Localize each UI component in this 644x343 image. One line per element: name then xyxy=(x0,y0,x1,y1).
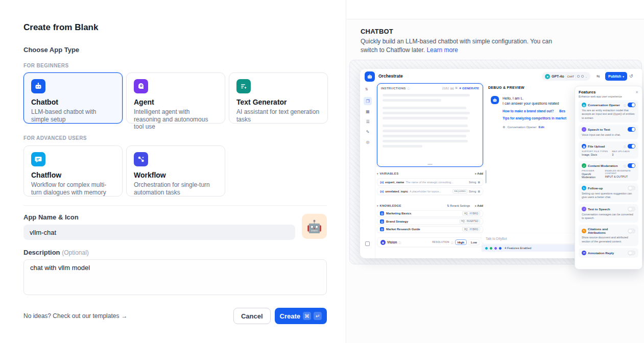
publish-button[interactable]: Publish ▾ xyxy=(605,72,627,81)
rail-orchestrate-icon[interactable]: ❐ xyxy=(364,97,372,105)
model-param-icon xyxy=(581,75,584,78)
copy-icon[interactable]: ⧉ xyxy=(455,86,457,90)
feature-dot-icon xyxy=(494,247,497,250)
rail-image-icon[interactable]: ▦ xyxy=(364,107,372,115)
feature-toggle[interactable] xyxy=(628,186,635,190)
app-type-card-agent[interactable]: Agent Intelligent agent with reasoning a… xyxy=(126,72,225,124)
chevron-down-icon[interactable]: ▾ xyxy=(377,204,378,207)
app-type-card-chatbot[interactable]: Chatbot LLM-based chatbot with simple se… xyxy=(23,72,123,124)
variable-type-icon: ⊞ xyxy=(478,181,480,184)
debug-preview-title: DEBUG & PREVIEW xyxy=(488,86,524,89)
feature-item: ↻ Follow-up Setting up next questions su… xyxy=(579,183,638,202)
variable-row[interactable]: {x} unrelated_topic A placeholder for to… xyxy=(377,187,483,195)
feature-toggle[interactable] xyxy=(628,229,635,233)
learn-more-link[interactable]: Learn more xyxy=(426,46,458,54)
chat-mode-badge: CHAT xyxy=(566,74,576,79)
features-enabled-bar[interactable]: 4 Features Enabled xyxy=(482,244,576,252)
choose-app-type-label: Choose App Type xyxy=(23,46,79,54)
collapse-panel-icon[interactable] xyxy=(365,241,370,246)
variable-icon[interactable]: {x} xyxy=(450,87,454,90)
chevron-down-icon[interactable]: ▾ xyxy=(377,172,378,175)
knowledge-row[interactable]: ▤ Market Research Guide HQ · HYBRID xyxy=(377,226,483,233)
description-textarea[interactable]: chat with vllm model xyxy=(23,259,327,295)
for-beginners-label: FOR BEGINNERS xyxy=(23,63,69,68)
knowledge-doc-icon: ▤ xyxy=(380,219,384,224)
app-name-label: App Name & Icon xyxy=(23,213,79,221)
feature-toggle[interactable] xyxy=(628,103,635,107)
scrollbar-thumb[interactable] xyxy=(485,170,487,183)
create-button[interactable]: Create ⌘ ↵ xyxy=(275,308,327,324)
retrieval-tag: HQ · HYBRID xyxy=(462,227,480,231)
resolution-high-option[interactable]: High xyxy=(455,239,467,245)
follow-up-icon: ↻ xyxy=(582,186,586,190)
bot-greeting: Hello, I am L. xyxy=(503,96,523,100)
rail-notes-icon[interactable]: ✎ xyxy=(364,128,372,136)
variables-section: ▾ VARIABLES + Add {x} expert_name The na… xyxy=(377,170,483,195)
citations-icon: ✎ xyxy=(582,229,586,233)
templates-link[interactable]: No ideas? Check out our templates→ xyxy=(23,312,127,320)
resize-handle[interactable] xyxy=(427,164,433,165)
add-knowledge-button[interactable]: + Add xyxy=(474,204,483,207)
rail-settings-icon[interactable]: ◎ xyxy=(364,138,372,146)
model-selector[interactable]: ● GPT-4o CHAT ⌄ xyxy=(542,72,590,81)
features-panel: Features ✕ Enhance web app user experien… xyxy=(575,86,642,270)
app-name-input[interactable] xyxy=(23,225,295,240)
retrieval-tag: HQ · HYBRID xyxy=(462,211,480,215)
info-icon: ⓘ xyxy=(624,104,626,107)
feature-item: ✎ Citations and Attributions Show source… xyxy=(579,225,638,246)
edit-opener-button[interactable]: Edit xyxy=(538,126,544,129)
knowledge-doc-icon: ▤ xyxy=(380,227,384,231)
generate-button[interactable]: ✦ GENERATE xyxy=(459,86,479,90)
feature-toggle[interactable] xyxy=(628,144,635,149)
info-icon: ⓘ xyxy=(398,241,401,244)
app-icon-picker[interactable]: 🤖 xyxy=(302,214,327,239)
suggested-question[interactable]: Bes xyxy=(559,109,565,113)
cancel-button[interactable]: Cancel xyxy=(233,308,271,324)
resolution-low-option[interactable]: Low xyxy=(468,239,480,245)
preview-image-container: Orchestrate ● GPT-4o CHAT ⌄ ⇆ Publish ▾ … xyxy=(349,60,642,264)
feature-toggle[interactable] xyxy=(628,163,635,168)
app-type-card-chatflow[interactable]: Chatflow Workflow for complex multi-turn… xyxy=(23,145,123,197)
cmd-key-icon: ⌘ xyxy=(303,312,311,320)
history-icon[interactable]: ↺ xyxy=(629,74,633,79)
app-type-card-text-generator[interactable]: Text Generator AI assistant for text gen… xyxy=(229,72,328,124)
preview-description: Quickly build an LLM-based chatbot with … xyxy=(361,37,561,55)
rerank-settings-button[interactable]: ⇅ Rerank Settings xyxy=(447,204,470,207)
chevron-down-icon: ▾ xyxy=(623,75,624,78)
gear-icon: ⚙ xyxy=(503,125,505,129)
text-generator-icon xyxy=(236,79,251,93)
add-variable-button[interactable]: + Add xyxy=(474,172,483,175)
beginner-app-cards: Chatbot LLM-based chatbot with simple se… xyxy=(23,72,328,124)
orchestrate-screenshot: Orchestrate ● GPT-4o CHAT ⌄ ⇆ Publish ▾ … xyxy=(360,69,642,258)
info-icon: ⓘ xyxy=(408,87,410,90)
app-type-card-workflow[interactable]: Workflow Orchestration for single-turn a… xyxy=(126,145,225,197)
advanced-app-cards: Chatflow Workflow for complex multi-turn… xyxy=(23,145,225,197)
rail-docs-icon[interactable]: ☰ xyxy=(364,117,372,126)
feature-toggle[interactable] xyxy=(628,127,635,132)
feature-item: ♪ Speech to Text Voice input can be used… xyxy=(579,125,638,139)
close-icon[interactable]: ✕ xyxy=(635,90,638,94)
collapse-rail-icon[interactable]: ⇅ xyxy=(365,87,368,91)
bot-avatar-icon xyxy=(491,96,499,104)
description-label: Description (Optional) xyxy=(23,249,89,256)
required-badge: REQUIRED xyxy=(452,189,467,193)
suggested-question[interactable]: How to make a brand stand out? xyxy=(503,109,554,113)
variable-row[interactable]: {x} expert_name The name of the strategi… xyxy=(377,178,483,186)
preview-heading: CHATBOT xyxy=(361,28,393,35)
knowledge-row[interactable]: ▤ Marketing Basics HQ · HYBRID xyxy=(377,210,483,217)
feature-dot-icon xyxy=(489,247,493,250)
knowledge-row[interactable]: ▤ Brand Strategy HQ · INVERTED xyxy=(377,218,483,225)
card-title: Agent xyxy=(134,98,218,106)
feature-toggle[interactable] xyxy=(628,207,635,211)
orchestrate-title: Orchestrate xyxy=(378,74,403,79)
right-topbar xyxy=(347,0,644,19)
robot-emoji-icon: 🤖 xyxy=(307,219,322,234)
instructions-panel[interactable]: INSTRUCTIONS ⓘ 2182 {x} ⧉ ✦ GENERATE xyxy=(377,83,483,167)
feature-item: ◍ Conversation Opener ⓘ You are an entit… xyxy=(579,100,638,122)
suggested-question[interactable]: Tips for analyzing competitors in market xyxy=(503,116,566,120)
tune-icon[interactable]: ⇆ xyxy=(597,74,600,79)
chat-input[interactable]: Talk to DifyBot xyxy=(482,233,576,243)
feature-toggle[interactable] xyxy=(628,251,635,255)
card-title: Chatbot xyxy=(31,98,115,106)
annotation-reply-icon: ✉ xyxy=(582,251,586,255)
